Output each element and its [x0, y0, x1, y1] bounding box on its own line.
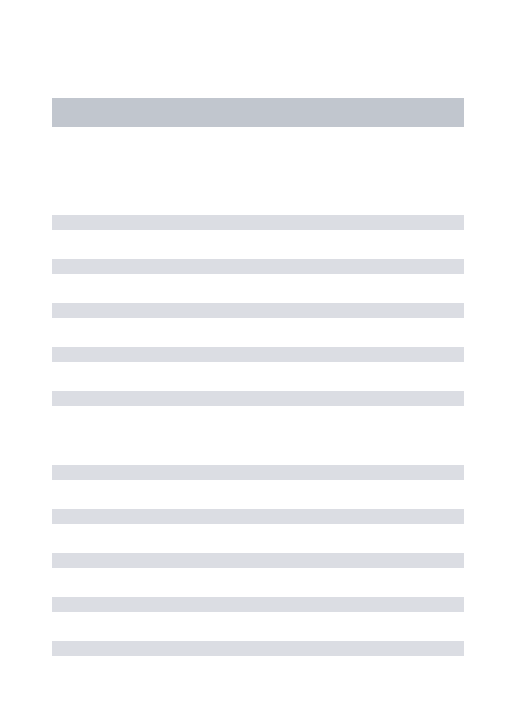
skeleton-line [52, 347, 464, 362]
skeleton-header [52, 98, 464, 127]
skeleton-gap [52, 435, 464, 465]
skeleton-line [52, 465, 464, 480]
skeleton-line [52, 215, 464, 230]
skeleton-line [52, 509, 464, 524]
skeleton-line [52, 259, 464, 274]
skeleton-line [52, 553, 464, 568]
skeleton-line [52, 641, 464, 656]
skeleton-line [52, 303, 464, 318]
skeleton-line [52, 597, 464, 612]
skeleton-line [52, 391, 464, 406]
